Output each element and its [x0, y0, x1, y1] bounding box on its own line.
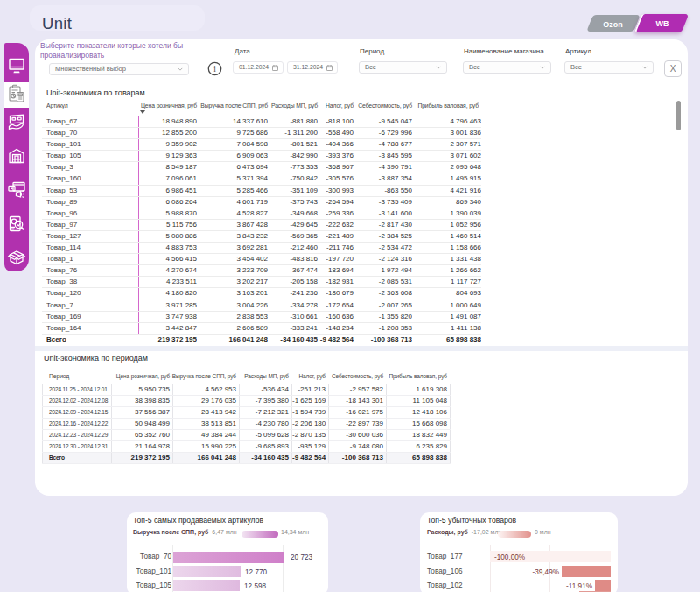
svg-text:i: i [214, 65, 216, 74]
